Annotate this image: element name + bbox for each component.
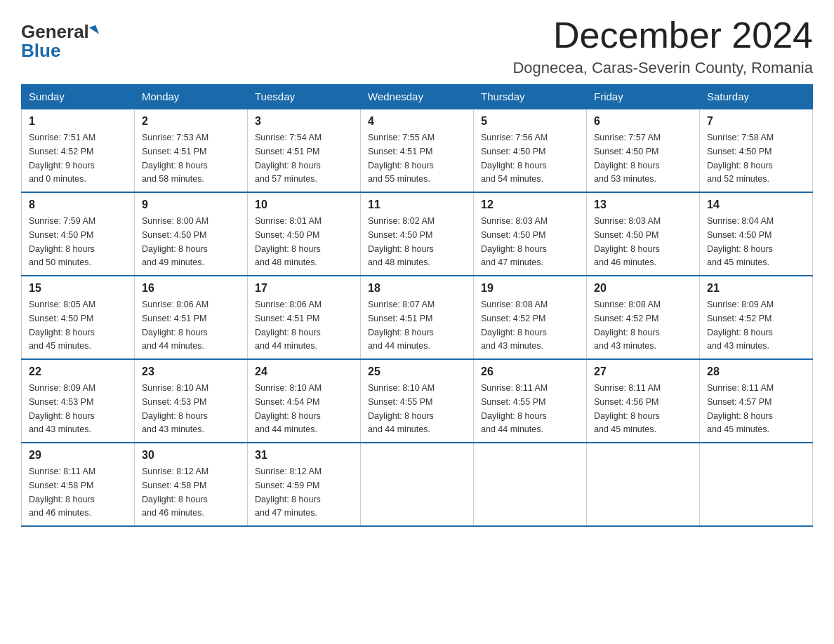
day-info: Sunrise: 8:07 AMSunset: 4:51 PMDaylight:… xyxy=(368,300,435,351)
logo-blue: Blue xyxy=(21,40,60,62)
day-number: 6 xyxy=(594,115,692,128)
day-number: 10 xyxy=(255,199,353,211)
calendar-cell xyxy=(587,443,700,526)
day-info: Sunrise: 8:00 AMSunset: 4:50 PMDaylight:… xyxy=(142,216,208,267)
day-info: Sunrise: 8:09 AMSunset: 4:53 PMDaylight:… xyxy=(29,383,95,434)
calendar-cell: 7 Sunrise: 7:58 AMSunset: 4:50 PMDayligh… xyxy=(700,109,813,192)
calendar-cell: 23 Sunrise: 8:10 AMSunset: 4:53 PMDaylig… xyxy=(135,359,248,443)
day-info: Sunrise: 8:06 AMSunset: 4:51 PMDaylight:… xyxy=(142,300,208,351)
header-row: SundayMondayTuesdayWednesdayThursdayFrid… xyxy=(22,85,813,109)
day-number: 21 xyxy=(707,282,805,295)
day-info: Sunrise: 8:03 AMSunset: 4:50 PMDaylight:… xyxy=(594,216,661,267)
month-title: December 2024 xyxy=(512,14,813,56)
calendar-cell: 22 Sunrise: 8:09 AMSunset: 4:53 PMDaylig… xyxy=(22,359,135,443)
week-row: 1 Sunrise: 7:51 AMSunset: 4:52 PMDayligh… xyxy=(22,109,813,192)
day-number: 19 xyxy=(481,282,579,295)
day-number: 27 xyxy=(594,365,692,378)
calendar-cell xyxy=(700,443,813,526)
day-of-week-header: Monday xyxy=(135,85,248,109)
page-header: General Blue December 2024 Dognecea, Car… xyxy=(21,14,813,77)
calendar-cell: 2 Sunrise: 7:53 AMSunset: 4:51 PMDayligh… xyxy=(135,109,248,192)
calendar-cell: 1 Sunrise: 7:51 AMSunset: 4:52 PMDayligh… xyxy=(22,109,135,192)
day-number: 11 xyxy=(368,199,466,211)
calendar-cell: 28 Sunrise: 8:11 AMSunset: 4:57 PMDaylig… xyxy=(700,359,813,443)
calendar-cell: 5 Sunrise: 7:56 AMSunset: 4:50 PMDayligh… xyxy=(474,109,587,192)
day-info: Sunrise: 8:12 AMSunset: 4:58 PMDaylight:… xyxy=(142,467,208,518)
day-number: 16 xyxy=(142,282,240,295)
day-info: Sunrise: 8:08 AMSunset: 4:52 PMDaylight:… xyxy=(594,300,661,351)
day-number: 25 xyxy=(368,365,466,378)
day-info: Sunrise: 8:11 AMSunset: 4:57 PMDaylight:… xyxy=(707,383,774,434)
day-number: 20 xyxy=(594,282,692,295)
day-info: Sunrise: 8:12 AMSunset: 4:59 PMDaylight:… xyxy=(255,467,322,518)
calendar-cell: 11 Sunrise: 8:02 AMSunset: 4:50 PMDaylig… xyxy=(361,192,474,276)
calendar-cell xyxy=(474,443,587,526)
day-number: 1 xyxy=(29,115,127,128)
day-info: Sunrise: 8:05 AMSunset: 4:50 PMDaylight:… xyxy=(29,300,95,351)
day-number: 23 xyxy=(142,365,240,378)
day-number: 2 xyxy=(142,115,240,128)
calendar-cell: 9 Sunrise: 8:00 AMSunset: 4:50 PMDayligh… xyxy=(135,192,248,276)
day-number: 4 xyxy=(368,115,466,128)
day-number: 9 xyxy=(142,199,240,211)
week-row: 15 Sunrise: 8:05 AMSunset: 4:50 PMDaylig… xyxy=(22,276,813,359)
title-section: December 2024 Dognecea, Caras-Severin Co… xyxy=(512,14,813,77)
day-info: Sunrise: 8:02 AMSunset: 4:50 PMDaylight:… xyxy=(368,216,435,267)
calendar-cell: 27 Sunrise: 8:11 AMSunset: 4:56 PMDaylig… xyxy=(587,359,700,443)
day-of-week-header: Saturday xyxy=(700,85,813,109)
day-info: Sunrise: 7:58 AMSunset: 4:50 PMDaylight:… xyxy=(707,133,774,184)
day-number: 5 xyxy=(481,115,579,128)
day-number: 31 xyxy=(255,449,353,462)
week-row: 29 Sunrise: 8:11 AMSunset: 4:58 PMDaylig… xyxy=(22,443,813,526)
calendar-cell: 13 Sunrise: 8:03 AMSunset: 4:50 PMDaylig… xyxy=(587,192,700,276)
day-of-week-header: Tuesday xyxy=(248,85,361,109)
day-info: Sunrise: 8:11 AMSunset: 4:56 PMDaylight:… xyxy=(594,383,661,434)
calendar-cell: 26 Sunrise: 8:11 AMSunset: 4:55 PMDaylig… xyxy=(474,359,587,443)
calendar-cell xyxy=(361,443,474,526)
calendar-cell: 14 Sunrise: 8:04 AMSunset: 4:50 PMDaylig… xyxy=(700,192,813,276)
calendar-cell: 19 Sunrise: 8:08 AMSunset: 4:52 PMDaylig… xyxy=(474,276,587,359)
calendar-cell: 6 Sunrise: 7:57 AMSunset: 4:50 PMDayligh… xyxy=(587,109,700,192)
calendar-cell: 15 Sunrise: 8:05 AMSunset: 4:50 PMDaylig… xyxy=(22,276,135,359)
calendar-cell: 18 Sunrise: 8:07 AMSunset: 4:51 PMDaylig… xyxy=(361,276,474,359)
week-row: 8 Sunrise: 7:59 AMSunset: 4:50 PMDayligh… xyxy=(22,192,813,276)
day-info: Sunrise: 8:10 AMSunset: 4:53 PMDaylight:… xyxy=(142,383,208,434)
day-number: 24 xyxy=(255,365,353,378)
day-info: Sunrise: 7:53 AMSunset: 4:51 PMDaylight:… xyxy=(142,133,208,184)
calendar-cell: 20 Sunrise: 8:08 AMSunset: 4:52 PMDaylig… xyxy=(587,276,700,359)
calendar-cell: 8 Sunrise: 7:59 AMSunset: 4:50 PMDayligh… xyxy=(22,192,135,276)
week-row: 22 Sunrise: 8:09 AMSunset: 4:53 PMDaylig… xyxy=(22,359,813,443)
calendar-cell: 17 Sunrise: 8:06 AMSunset: 4:51 PMDaylig… xyxy=(248,276,361,359)
day-number: 13 xyxy=(594,199,692,211)
day-info: Sunrise: 7:57 AMSunset: 4:50 PMDaylight:… xyxy=(594,133,661,184)
day-info: Sunrise: 8:10 AMSunset: 4:54 PMDaylight:… xyxy=(255,383,322,434)
calendar-table: SundayMondayTuesdayWednesdayThursdayFrid… xyxy=(21,84,813,527)
calendar-cell: 21 Sunrise: 8:09 AMSunset: 4:52 PMDaylig… xyxy=(700,276,813,359)
day-info: Sunrise: 8:11 AMSunset: 4:55 PMDaylight:… xyxy=(481,383,548,434)
day-number: 17 xyxy=(255,282,353,295)
day-number: 28 xyxy=(707,365,805,378)
calendar-cell: 31 Sunrise: 8:12 AMSunset: 4:59 PMDaylig… xyxy=(248,443,361,526)
location-title: Dognecea, Caras-Severin County, Romania xyxy=(512,59,813,77)
calendar-cell: 16 Sunrise: 8:06 AMSunset: 4:51 PMDaylig… xyxy=(135,276,248,359)
day-info: Sunrise: 8:04 AMSunset: 4:50 PMDaylight:… xyxy=(707,216,774,267)
day-number: 29 xyxy=(29,449,127,462)
day-of-week-header: Thursday xyxy=(474,85,587,109)
day-number: 14 xyxy=(707,199,805,211)
day-number: 15 xyxy=(29,282,127,295)
calendar-cell: 3 Sunrise: 7:54 AMSunset: 4:51 PMDayligh… xyxy=(248,109,361,192)
day-info: Sunrise: 8:09 AMSunset: 4:52 PMDaylight:… xyxy=(707,300,774,351)
day-info: Sunrise: 7:56 AMSunset: 4:50 PMDaylight:… xyxy=(481,133,548,184)
logo: General Blue xyxy=(21,21,98,62)
day-number: 22 xyxy=(29,365,127,378)
day-info: Sunrise: 8:10 AMSunset: 4:55 PMDaylight:… xyxy=(368,383,435,434)
calendar-cell: 10 Sunrise: 8:01 AMSunset: 4:50 PMDaylig… xyxy=(248,192,361,276)
day-info: Sunrise: 7:51 AMSunset: 4:52 PMDaylight:… xyxy=(29,133,95,184)
day-number: 3 xyxy=(255,115,353,128)
logo-arrow-icon xyxy=(89,25,99,36)
day-info: Sunrise: 8:11 AMSunset: 4:58 PMDaylight:… xyxy=(29,467,95,518)
day-number: 30 xyxy=(142,449,240,462)
day-info: Sunrise: 7:54 AMSunset: 4:51 PMDaylight:… xyxy=(255,133,322,184)
day-info: Sunrise: 8:03 AMSunset: 4:50 PMDaylight:… xyxy=(481,216,548,267)
day-info: Sunrise: 7:55 AMSunset: 4:51 PMDaylight:… xyxy=(368,133,435,184)
